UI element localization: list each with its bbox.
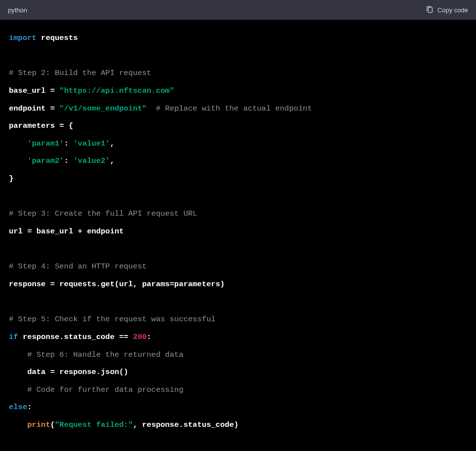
code-token: # Step 4: Send an HTTP request xyxy=(9,262,147,271)
copy-code-button[interactable]: Copy code xyxy=(426,6,468,14)
code-token: } xyxy=(9,174,13,183)
code-token: # Step 6: Handle the returned data xyxy=(27,350,183,359)
code-token: response.status_code == xyxy=(18,333,133,341)
code-token: requests xyxy=(37,34,78,42)
code-token: , response.status_code) xyxy=(133,420,238,429)
code-token: 200 xyxy=(133,333,147,341)
code-token: else xyxy=(9,403,27,412)
code-token xyxy=(9,139,27,148)
code-token: "/v1/some_endpoint" xyxy=(59,104,147,113)
code-token: data = response.json() xyxy=(27,368,128,376)
code-token xyxy=(9,156,27,165)
code-token: print xyxy=(27,420,50,429)
code-content[interactable]: import requests # Step 2: Build the API … xyxy=(0,20,476,444)
code-token: # Step 3: Create the full API request UR… xyxy=(9,209,197,218)
code-token: # Step 5: Check if the request was succe… xyxy=(9,315,216,324)
code-token: import xyxy=(9,34,37,42)
code-token: , xyxy=(110,156,115,165)
code-token: # Step 2: Build the API request xyxy=(9,69,151,77)
code-token: : xyxy=(64,156,74,165)
code-token: "https://api.nftscan.com" xyxy=(59,86,174,95)
code-token: parameters = { xyxy=(9,121,73,130)
code-token xyxy=(9,385,27,394)
svg-rect-0 xyxy=(428,7,432,13)
code-token: response = requests.get(url, params=para… xyxy=(9,280,225,289)
code-token: endpoint = xyxy=(9,104,59,113)
copy-code-label: Copy code xyxy=(437,6,468,14)
code-token: base_url = xyxy=(9,86,59,95)
code-token: : xyxy=(27,403,32,412)
code-token: if xyxy=(9,333,18,341)
language-label: python xyxy=(8,6,27,14)
code-token: , xyxy=(110,139,115,148)
code-token xyxy=(147,104,156,113)
code-token: : xyxy=(64,139,74,148)
code-block-header: python Copy code xyxy=(0,0,476,20)
code-token: # Code for further data processing xyxy=(27,385,183,394)
code-token: 'value1' xyxy=(73,139,110,148)
code-token: ( xyxy=(50,420,55,429)
code-token xyxy=(9,420,27,429)
code-token: : xyxy=(147,333,151,341)
code-token: 'param2' xyxy=(27,156,64,165)
code-token: 'param1' xyxy=(27,139,64,148)
code-token xyxy=(9,368,27,376)
code-token: "Request failed:" xyxy=(55,420,133,429)
code-token: url = base_url + endpoint xyxy=(9,227,124,236)
code-token: 'value2' xyxy=(73,156,110,165)
clipboard-icon xyxy=(426,6,434,14)
code-token xyxy=(9,350,27,359)
code-token: # Replace with the actual endpoint xyxy=(156,104,312,113)
